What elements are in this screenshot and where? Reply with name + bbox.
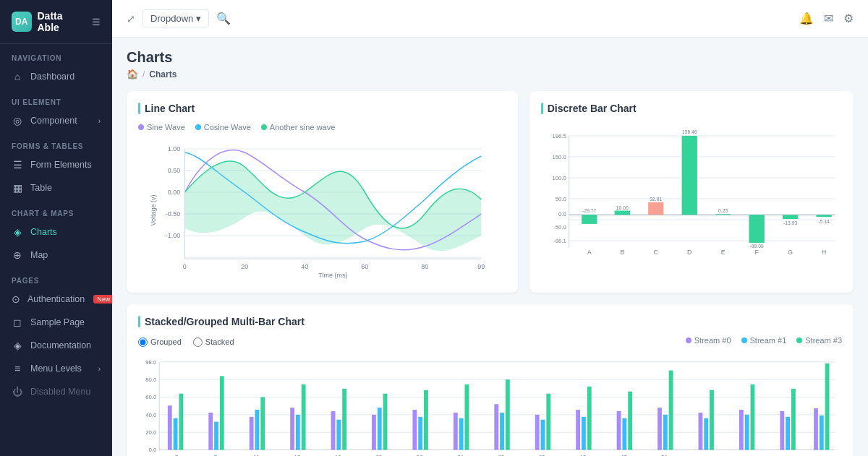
svg-text:60.0: 60.0 <box>145 394 157 400</box>
sidebar-item-table[interactable]: ▦ Table <box>0 176 112 199</box>
svg-text:196.46: 196.46 <box>682 129 697 134</box>
svg-rect-70 <box>208 413 213 450</box>
stacked-radio[interactable] <box>193 337 203 347</box>
bar-F <box>749 215 764 243</box>
svg-rect-123 <box>751 384 755 449</box>
legend-cosine-wave: Cosine Wave <box>195 123 251 132</box>
sidebar-item-sample-page[interactable]: ◻ Sample Page <box>0 311 112 334</box>
svg-rect-111 <box>622 418 626 450</box>
bar-group-11 <box>576 387 591 450</box>
svg-text:98.0: 98.0 <box>145 359 157 366</box>
sidebar-item-disabled-menu: ⏻ Disabled Menu <box>0 380 112 403</box>
svg-text:-13.93: -13.93 <box>783 220 797 225</box>
sidebar-item-component[interactable]: ◎ Component › <box>0 109 112 132</box>
svg-text:40.0: 40.0 <box>145 412 157 418</box>
sidebar-item-label: Charts <box>30 227 57 237</box>
grouped-option[interactable]: Grouped <box>138 337 182 347</box>
nav-section-chart-maps: CHART & MAPS <box>0 199 112 220</box>
svg-text:F: F <box>754 249 758 256</box>
bar-group-5 <box>331 389 346 450</box>
sidebar-item-authentication[interactable]: ⊙ Authentication New › <box>0 288 112 311</box>
bar-group-3 <box>250 397 265 450</box>
menu-icon: ≡ <box>12 363 23 374</box>
settings-icon[interactable]: ⚙ <box>843 12 854 25</box>
legend-stream3: Stream #3 <box>796 336 842 345</box>
sidebar-item-map[interactable]: ⊕ Map <box>0 244 112 267</box>
legend-color-dot <box>195 124 201 130</box>
breadcrumb-current: Charts <box>149 69 176 79</box>
svg-rect-106 <box>576 410 580 449</box>
bar-group-4 <box>290 384 305 449</box>
topbar-right: 🔔 ✉ ⚙ <box>799 12 854 25</box>
multi-bar-chart-card: Stacked/Grouped Multi-Bar Chart Grouped … <box>127 304 854 456</box>
table-icon: ▦ <box>12 182 23 194</box>
app-name: Datta Able <box>38 10 87 33</box>
bar-chart-title: Discrete Bar Chart <box>541 103 842 114</box>
svg-text:80.0: 80.0 <box>145 377 157 383</box>
dropdown-button[interactable]: Dropdown ▾ <box>142 9 209 27</box>
svg-rect-84 <box>342 389 346 450</box>
chevron-icon: › <box>98 365 101 373</box>
bar-H <box>816 215 831 217</box>
svg-rect-116 <box>669 371 673 450</box>
svg-rect-104 <box>546 394 550 450</box>
svg-rect-82 <box>331 411 336 450</box>
app-logo-icon: DA <box>12 12 32 32</box>
svg-rect-88 <box>383 394 388 450</box>
sidebar-logo: DA Datta Able ☰ <box>0 0 112 44</box>
sidebar-item-charts[interactable]: ◈ Charts <box>0 220 112 244</box>
svg-rect-96 <box>464 384 469 449</box>
sidebar-item-label: Sample Page <box>30 317 85 327</box>
svg-rect-79 <box>296 415 300 450</box>
svg-text:20.0: 20.0 <box>145 429 157 436</box>
svg-rect-95 <box>459 418 464 450</box>
search-icon[interactable]: 🔍 <box>216 12 231 25</box>
svg-text:-29.77: -29.77 <box>582 208 596 213</box>
svg-text:32.81: 32.81 <box>650 197 662 202</box>
svg-rect-110 <box>617 411 621 450</box>
svg-rect-124 <box>780 411 784 450</box>
form-icon: ☰ <box>12 159 23 171</box>
mail-icon[interactable]: ✉ <box>824 12 833 25</box>
home-icon: ⌂ <box>12 71 23 82</box>
component-icon: ◎ <box>12 115 23 126</box>
sidebar-item-form-elements[interactable]: ☰ Form Elements <box>0 153 112 176</box>
svg-rect-75 <box>255 410 260 449</box>
svg-text:0.0: 0.0 <box>558 211 566 218</box>
svg-rect-120 <box>710 390 714 450</box>
dropdown-label: Dropdown <box>150 13 193 24</box>
legend-label: Sine Wave <box>147 123 185 132</box>
grouped-radio[interactable] <box>138 337 148 347</box>
svg-rect-94 <box>454 413 458 450</box>
svg-text:0.0: 0.0 <box>149 447 157 453</box>
svg-text:60: 60 <box>361 263 368 270</box>
svg-text:150.0: 150.0 <box>552 154 566 160</box>
sidebar-item-label: Authentication <box>27 294 85 304</box>
svg-text:10.00: 10.00 <box>616 205 629 210</box>
sidebar-item-label: Table <box>30 183 52 193</box>
svg-rect-83 <box>336 420 341 450</box>
svg-rect-128 <box>820 416 824 450</box>
svg-text:-50.0: -50.0 <box>553 224 566 231</box>
svg-rect-71 <box>214 422 218 450</box>
sidebar-item-dashboard[interactable]: ⌂ Dashboard <box>0 65 112 88</box>
svg-rect-100 <box>506 379 510 449</box>
sidebar-item-label: Map <box>30 250 48 260</box>
nav-section-navigation: NAVIGATION <box>0 44 112 65</box>
svg-text:-5.14: -5.14 <box>818 219 830 224</box>
breadcrumb-separator: / <box>142 69 145 79</box>
expand-icon[interactable]: ⤢ <box>127 13 135 25</box>
sidebar-item-documentation[interactable]: ◈ Documentation <box>0 334 112 357</box>
svg-text:-0.50: -0.50 <box>166 210 181 218</box>
svg-rect-92 <box>424 390 428 450</box>
notification-icon[interactable]: 🔔 <box>799 12 814 25</box>
svg-text:0.25: 0.25 <box>718 208 728 213</box>
sidebar-item-menu-levels[interactable]: ≡ Menu Levels › <box>0 357 112 380</box>
line-chart-title: Line Chart <box>138 103 506 114</box>
nav-section-ui-element: UI ELEMENT <box>0 88 112 109</box>
sidebar-toggle-icon[interactable]: ☰ <box>92 17 101 27</box>
svg-rect-115 <box>663 415 668 450</box>
svg-text:A: A <box>587 249 592 256</box>
svg-text:50.0: 50.0 <box>556 196 566 202</box>
stacked-option[interactable]: Stacked <box>193 337 234 347</box>
